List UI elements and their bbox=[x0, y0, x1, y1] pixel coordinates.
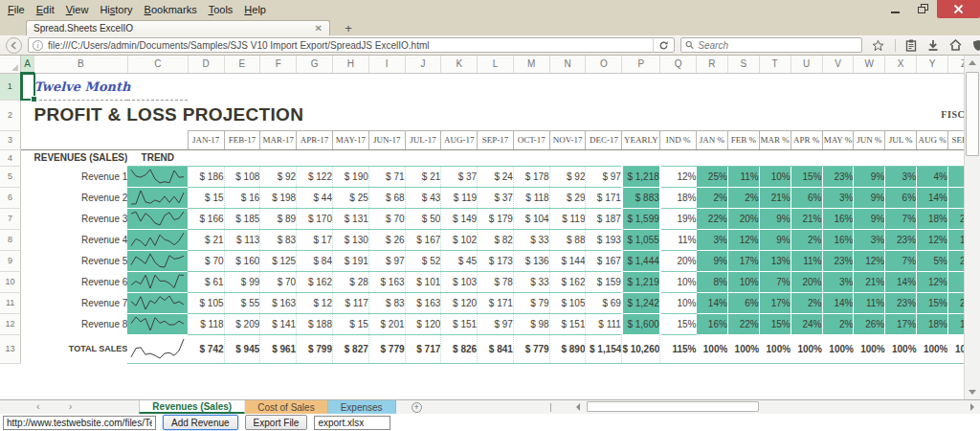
month-header-jun-17[interactable]: JUN-17 bbox=[368, 130, 405, 149]
cell-K8[interactable]: $ 102 bbox=[441, 229, 478, 250]
cell-G8[interactable]: $ 17 bbox=[297, 229, 333, 250]
pct-cell-V6[interactable]: 3% bbox=[822, 187, 854, 208]
total-ind-cell[interactable]: 115% bbox=[660, 334, 697, 363]
add-revenue-button[interactable]: Add Revenue bbox=[163, 415, 238, 430]
ind-cell-9[interactable]: 20% bbox=[660, 250, 697, 271]
pct-cell-V12[interactable]: 2% bbox=[822, 313, 854, 334]
row-header-3[interactable]: 3 bbox=[0, 130, 21, 149]
pct-cell-T7[interactable]: 9% bbox=[759, 208, 791, 229]
menu-help[interactable]: Help bbox=[238, 1, 272, 18]
cell-O12[interactable]: $ 111 bbox=[586, 313, 622, 334]
pct-cell-S11[interactable]: 6% bbox=[727, 292, 759, 313]
pct-cell-U5[interactable]: 15% bbox=[791, 166, 822, 187]
cell-O5[interactable]: $ 97 bbox=[586, 166, 622, 187]
pct-cell-T8[interactable]: 9% bbox=[759, 229, 791, 250]
total-pct-cell-R13[interactable]: 100% bbox=[697, 334, 728, 363]
cell-H12[interactable]: $ 15 bbox=[332, 313, 368, 334]
new-tab-button[interactable]: + bbox=[336, 21, 361, 35]
cell-E10[interactable]: $ 99 bbox=[224, 271, 260, 292]
month-header-mar-17[interactable]: MAR-17 bbox=[260, 130, 297, 149]
col-header-F[interactable]: F bbox=[260, 56, 297, 73]
cell-A5[interactable] bbox=[21, 166, 34, 187]
row-header-11[interactable]: 11 bbox=[0, 292, 21, 313]
clipboard-icon[interactable] bbox=[895, 39, 917, 52]
pct-cell-X10[interactable]: 14% bbox=[885, 271, 917, 292]
col-header-L[interactable]: L bbox=[478, 56, 514, 73]
col-header-B[interactable]: B bbox=[34, 56, 128, 73]
cell-H8[interactable]: $ 130 bbox=[332, 229, 368, 250]
ind-cell-8[interactable]: 11% bbox=[660, 229, 697, 250]
pct-cell-T12[interactable]: 15% bbox=[759, 313, 791, 334]
col-header-A[interactable]: A bbox=[21, 56, 34, 73]
month-header-jan-[interactable]: JAN % bbox=[697, 130, 728, 149]
cell-H6[interactable]: $ 25 bbox=[332, 187, 368, 208]
sheet-tab-revenues-sales[interactable]: Revenues (Sales) bbox=[139, 400, 245, 414]
select-all-corner[interactable] bbox=[0, 56, 21, 73]
sheet-tab-expenses[interactable]: Expenses bbox=[328, 400, 396, 414]
search-bar[interactable] bbox=[680, 37, 862, 53]
month-header-nov-17[interactable]: NOV-17 bbox=[549, 130, 586, 149]
ind-cell-5[interactable]: 12% bbox=[660, 166, 697, 187]
cell-J8[interactable]: $ 167 bbox=[405, 229, 441, 250]
total-cell-L13[interactable]: $ 841 bbox=[478, 334, 514, 363]
total-pct-cell-W13[interactable]: 100% bbox=[854, 334, 885, 363]
home-icon[interactable] bbox=[949, 39, 962, 51]
cell-D9[interactable]: $ 70 bbox=[188, 250, 224, 271]
cell-M9[interactable]: $ 136 bbox=[513, 250, 549, 271]
cell-F5[interactable]: $ 92 bbox=[260, 166, 297, 187]
page-info-icon[interactable]: i bbox=[33, 40, 43, 51]
pct-cell-S7[interactable]: 20% bbox=[727, 208, 759, 229]
revenue-label-1[interactable]: Revenue 1 bbox=[34, 166, 128, 187]
pct-cell-X7[interactable]: 7% bbox=[885, 208, 917, 229]
cell-D6[interactable]: $ 15 bbox=[188, 187, 224, 208]
pct-cell-W11[interactable]: 11% bbox=[854, 292, 885, 313]
pct-cell-S6[interactable]: 2% bbox=[727, 187, 759, 208]
cell-D11[interactable]: $ 105 bbox=[188, 292, 224, 313]
col-header-T[interactable]: T bbox=[759, 56, 791, 73]
month-header-dec-17[interactable]: DEC-17 bbox=[586, 130, 622, 149]
ind-cell-12[interactable]: 15% bbox=[660, 313, 697, 334]
cell-A2[interactable] bbox=[21, 100, 34, 130]
cell-G9[interactable]: $ 84 bbox=[297, 250, 333, 271]
cell-J5[interactable]: $ 21 bbox=[405, 166, 441, 187]
pct-cell-V9[interactable]: 23% bbox=[822, 250, 854, 271]
month-header-aug-17[interactable]: AUG-17 bbox=[441, 130, 478, 149]
pct-cell-R5[interactable]: 25% bbox=[697, 166, 728, 187]
cell-C3[interactable] bbox=[127, 130, 188, 149]
revenue-label-7[interactable]: Revenue 7 bbox=[34, 292, 128, 313]
hscroll-right-arrow-icon[interactable] bbox=[966, 400, 978, 414]
cell-N5[interactable]: $ 92 bbox=[549, 166, 586, 187]
cell-I7[interactable]: $ 70 bbox=[368, 208, 405, 229]
pct-cell-X5[interactable]: 3% bbox=[885, 166, 917, 187]
pct-cell-U10[interactable]: 20% bbox=[791, 271, 822, 292]
cell-G11[interactable]: $ 12 bbox=[297, 292, 333, 313]
trend-cell-revenue-6[interactable] bbox=[127, 271, 188, 292]
total-cell-O13[interactable]: $ 1,154 bbox=[586, 334, 622, 363]
tabstrip-splitter[interactable] bbox=[550, 403, 552, 412]
pct-cell-V8[interactable]: 16% bbox=[822, 229, 854, 250]
pct-cell-Y6[interactable]: 14% bbox=[917, 187, 948, 208]
cell-K12[interactable]: $ 151 bbox=[441, 313, 478, 334]
cell-M12[interactable]: $ 98 bbox=[513, 313, 549, 334]
total-cell-I13[interactable]: $ 779 bbox=[368, 334, 405, 363]
yearly-cell-7[interactable]: $ 1,599 bbox=[622, 208, 660, 229]
cell-H5[interactable]: $ 190 bbox=[332, 166, 368, 187]
row-header-1[interactable]: 1 bbox=[0, 73, 21, 100]
cell-K6[interactable]: $ 119 bbox=[441, 187, 478, 208]
yearly-cell-11[interactable]: $ 1,242 bbox=[622, 292, 660, 313]
cell-E8[interactable]: $ 113 bbox=[224, 229, 260, 250]
col-header-P[interactable]: P bbox=[622, 56, 660, 73]
cell-F11[interactable]: $ 163 bbox=[260, 292, 297, 313]
revenue-label-8[interactable]: Revenue 8 bbox=[34, 313, 128, 334]
cell-H7[interactable]: $ 131 bbox=[332, 208, 368, 229]
row-header-5[interactable]: 5 bbox=[0, 166, 21, 187]
cell-F6[interactable]: $ 198 bbox=[260, 187, 297, 208]
sheet-nav-prev-icon[interactable]: ‹ bbox=[33, 400, 44, 414]
total-cell-M13[interactable]: $ 779 bbox=[513, 334, 549, 363]
export-filename-input[interactable] bbox=[314, 416, 390, 430]
pct-cell-W8[interactable]: 3% bbox=[854, 229, 885, 250]
pct-cell-T6[interactable]: 21% bbox=[759, 187, 791, 208]
col-header-K[interactable]: K bbox=[441, 56, 478, 73]
total-cell-F13[interactable]: $ 961 bbox=[260, 334, 297, 363]
cell-L6[interactable]: $ 37 bbox=[478, 187, 514, 208]
